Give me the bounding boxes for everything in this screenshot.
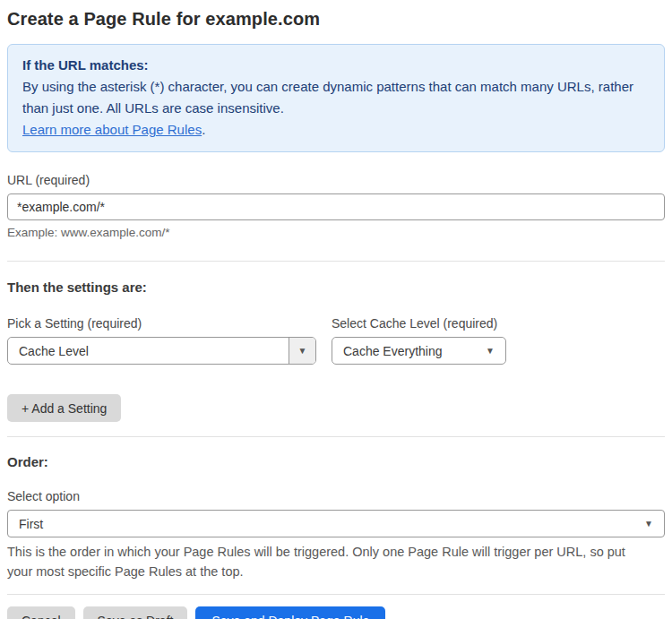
add-setting-button[interactable]: + Add a Setting (7, 394, 121, 422)
chevron-down-icon: ▼ (298, 347, 307, 356)
setting-picker-caret-button[interactable]: ▼ (289, 338, 315, 364)
settings-section-heading: Then the settings are: (7, 279, 665, 295)
order-select[interactable]: First ▼ (7, 510, 665, 537)
order-help-text: This is the order in which your Page Rul… (7, 542, 652, 581)
divider (7, 436, 665, 437)
info-box-heading: If the URL matches: (22, 55, 650, 76)
cache-level-value: Cache Everything (332, 344, 486, 358)
cache-level-label: Select Cache Level (required) (332, 316, 506, 331)
setting-picker-column: Pick a Setting (required) Cache Level ▼ (7, 295, 316, 365)
cache-level-select[interactable]: Cache Everything ▼ (332, 337, 506, 365)
setting-picker-label: Pick a Setting (required) (7, 316, 316, 331)
cancel-button[interactable]: Cancel (7, 606, 75, 619)
link-suffix: . (202, 122, 205, 137)
divider (7, 261, 665, 262)
actions-row: Cancel Save as Draft Save and Deploy Pag… (7, 606, 665, 619)
save-as-draft-button[interactable]: Save as Draft (83, 606, 188, 619)
page-title: Create a Page Rule for example.com (7, 9, 665, 30)
url-field-hint: Example: www.example.com/* (7, 226, 665, 239)
order-select-label: Select option (7, 489, 665, 503)
url-field-label: URL (required) (7, 173, 665, 187)
info-box-body: By using the asterisk (*) character, you… (22, 76, 650, 119)
chevron-down-icon: ▼ (486, 347, 505, 356)
cache-level-column: Select Cache Level (required) Cache Ever… (332, 295, 506, 365)
divider (7, 594, 665, 595)
save-and-deploy-button[interactable]: Save and Deploy Page Rule (195, 606, 385, 619)
url-match-info-box: If the URL matches: By using the asteris… (7, 44, 665, 152)
learn-more-link[interactable]: Learn more about Page Rules (22, 122, 202, 137)
info-box-link-line: Learn more about Page Rules. (22, 119, 650, 141)
order-section-heading: Order: (7, 454, 665, 469)
setting-picker-select[interactable]: Cache Level ▼ (7, 337, 316, 365)
url-input[interactable] (7, 193, 665, 220)
settings-row: Pick a Setting (required) Cache Level ▼ … (7, 295, 665, 365)
setting-picker-value: Cache Level (8, 344, 289, 358)
order-select-value: First (8, 517, 644, 531)
chevron-down-icon: ▼ (644, 520, 664, 529)
